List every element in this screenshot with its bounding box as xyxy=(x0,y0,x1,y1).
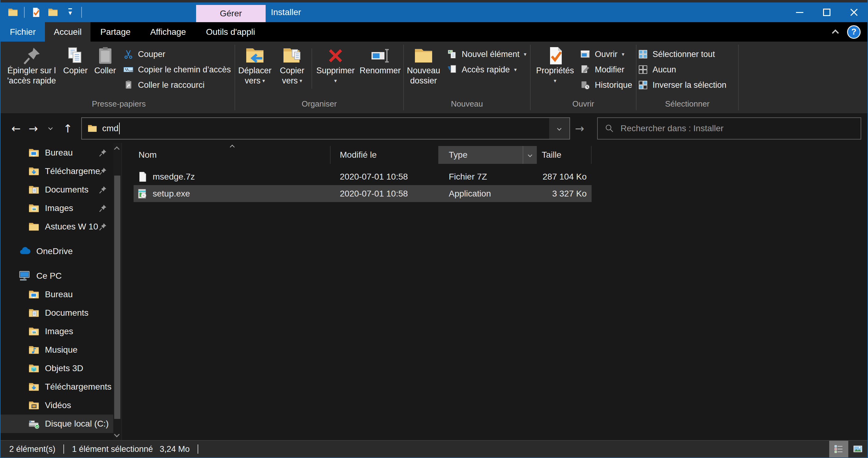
delete-button[interactable]: Supprimer ▾ xyxy=(314,44,357,88)
close-button[interactable] xyxy=(840,2,867,22)
scroll-up-icon[interactable] xyxy=(114,146,119,152)
new-item-button[interactable]: Nouvel élément▾ xyxy=(447,49,526,59)
ribbon-group-separator xyxy=(738,45,739,110)
thumbnails-view-button[interactable] xyxy=(848,441,867,457)
sidebar-item-pc-downloads[interactable]: Téléchargements xyxy=(1,378,113,396)
sidebar-item-documents[interactable]: Documents xyxy=(1,180,113,199)
copy-path-button[interactable]: Copier le chemin d’accès xyxy=(123,64,231,75)
pin-icon xyxy=(22,46,41,66)
rename-button[interactable]: Renommer xyxy=(357,44,403,78)
status-separator xyxy=(63,445,64,454)
new-folder-button[interactable]: Nouveau dossier xyxy=(404,44,443,88)
dropdown-caret-icon: ▾ xyxy=(524,51,527,57)
sidebar-item-label: Astuces W 10 xyxy=(45,222,98,232)
column-header-modified[interactable]: Modifié le xyxy=(331,146,438,164)
maximize-button[interactable] xyxy=(813,2,840,22)
navigation-bar: ← → ↑ cmd → Rechercher dans : Installer xyxy=(1,114,867,143)
copy-button[interactable]: Copier xyxy=(60,44,91,78)
sidebar-item-label: Images xyxy=(45,326,73,336)
forward-button[interactable]: → xyxy=(25,120,42,137)
tab-home[interactable]: Accueil xyxy=(45,22,91,41)
qat-properties-button[interactable] xyxy=(30,6,42,19)
pin-to-quick-access-button[interactable]: Épingler sur l 'accès rapide xyxy=(3,44,60,88)
address-dropdown-button[interactable] xyxy=(549,118,569,139)
window-controls xyxy=(786,2,867,22)
dropdown-caret-icon: ▾ xyxy=(334,76,337,86)
sidebar-item-onedrive[interactable]: OneDrive xyxy=(1,242,113,261)
properties-button[interactable]: Propriétés ▾ xyxy=(531,44,579,88)
qat-customize-button[interactable]: ▾ xyxy=(64,6,76,19)
paste-shortcut-button[interactable]: Coller le raccourci xyxy=(123,80,231,90)
sidebar-gap xyxy=(1,236,113,242)
file-row-msedge[interactable]: msedge.7z 2020-07-01 10:58 Fichier 7Z 28… xyxy=(133,168,592,185)
qat-folder-button[interactable] xyxy=(7,6,19,19)
tab-view[interactable]: Affichage xyxy=(141,22,196,41)
sidebar-item-pc-music[interactable]: Musique xyxy=(1,341,113,359)
pin-icon xyxy=(98,222,107,231)
sidebar-scrollbar[interactable] xyxy=(113,143,121,441)
minimize-button[interactable] xyxy=(786,2,813,22)
type-filter-button[interactable] xyxy=(523,146,537,164)
back-button[interactable]: ← xyxy=(7,120,25,137)
documents-folder-icon xyxy=(28,307,40,318)
column-headers: Nom Modifié le Type Taille xyxy=(133,146,867,164)
properties-check-icon xyxy=(30,7,41,18)
cut-button[interactable]: Couper xyxy=(123,49,231,59)
recent-locations-button[interactable] xyxy=(42,120,59,137)
tab-file[interactable]: Fichier xyxy=(1,22,45,41)
qat-new-folder-button[interactable] xyxy=(47,6,59,19)
file-row-setup-selected[interactable]: setup.exe 2020-07-01 10:58 Application 3… xyxy=(133,185,592,202)
column-header-size[interactable]: Taille xyxy=(537,146,592,164)
tab-app-tools[interactable]: Outils d'appli xyxy=(196,22,265,41)
select-none-button[interactable]: Aucun xyxy=(638,64,726,75)
address-bar-input[interactable]: cmd xyxy=(81,117,570,140)
sidebar-item-this-pc[interactable]: Ce PC xyxy=(1,267,113,285)
sidebar-item-pc-documents[interactable]: Documents xyxy=(1,304,113,322)
tab-share[interactable]: Partage xyxy=(91,22,141,41)
scrollbar-thumb[interactable] xyxy=(114,176,120,419)
address-value: cmd xyxy=(102,123,119,133)
details-view-button[interactable] xyxy=(829,441,848,457)
sidebar-item-local-disk-c[interactable]: Disque local (C:) xyxy=(1,414,113,433)
manage-contextual-tab[interactable]: Gérer xyxy=(196,5,266,22)
collapse-ribbon-icon[interactable] xyxy=(832,29,839,36)
open-button[interactable]: Ouvrir▾ xyxy=(580,49,632,59)
column-header-type[interactable]: Type xyxy=(438,146,537,164)
scroll-down-icon[interactable] xyxy=(114,431,119,437)
dropdown-caret-icon: ▾ xyxy=(514,66,517,73)
history-clock-icon xyxy=(580,80,590,90)
copy-path-icon xyxy=(123,64,133,75)
select-all-button[interactable]: Sélectionner tout xyxy=(638,49,726,59)
sidebar-item-desktop[interactable]: Bureau xyxy=(1,144,113,162)
copy-to-button[interactable]: Copier vers▾ xyxy=(275,44,310,88)
up-button[interactable]: ↑ xyxy=(59,120,76,137)
go-to-button[interactable]: → xyxy=(570,117,589,140)
help-icon[interactable]: ? xyxy=(847,25,861,39)
sidebar-item-pc-videos[interactable]: Vidéos xyxy=(1,396,113,414)
search-input[interactable]: Rechercher dans : Installer xyxy=(597,117,861,140)
chevron-down-icon xyxy=(48,126,53,130)
history-button[interactable]: Historique xyxy=(580,80,632,90)
sidebar-item-pc-3d-objects[interactable]: Objets 3D xyxy=(1,359,113,378)
sidebar-item-label: Téléchargements xyxy=(45,382,112,392)
move-to-button[interactable]: Déplacer vers▾ xyxy=(235,44,275,88)
invert-selection-button[interactable]: Inverser la sélection xyxy=(638,80,726,90)
sidebar-item-pictures[interactable]: Images xyxy=(1,199,113,218)
edit-pencil-icon xyxy=(580,64,590,75)
sidebar-item-label: Musique xyxy=(45,345,78,355)
ribbon: Épingler sur l 'accès rapide Copier Coll… xyxy=(1,41,867,114)
sidebar-item-pc-desktop[interactable]: Bureau xyxy=(1,285,113,304)
dropdown-caret-icon: ▾ xyxy=(554,76,557,86)
sidebar-item-pc-pictures[interactable]: Images xyxy=(1,322,113,341)
easy-access-button[interactable]: Accès rapide▾ xyxy=(447,64,526,75)
sidebar-item-downloads[interactable]: Téléchargeme xyxy=(1,162,113,180)
clipboard-icon xyxy=(95,46,115,66)
paste-button[interactable]: Coller xyxy=(91,44,119,78)
sidebar-item-label: Téléchargeme xyxy=(45,166,100,176)
clipboard-shortcut-icon xyxy=(123,80,133,90)
edit-button[interactable]: Modifier xyxy=(580,64,632,75)
file-rows: msedge.7z 2020-07-01 10:58 Fichier 7Z 28… xyxy=(133,168,867,202)
chevron-down-icon xyxy=(528,153,532,157)
sidebar-item-astuces[interactable]: Astuces W 10 xyxy=(1,218,113,236)
file-list: Nom Modifié le Type Taille msedge.7z 202… xyxy=(121,143,867,441)
